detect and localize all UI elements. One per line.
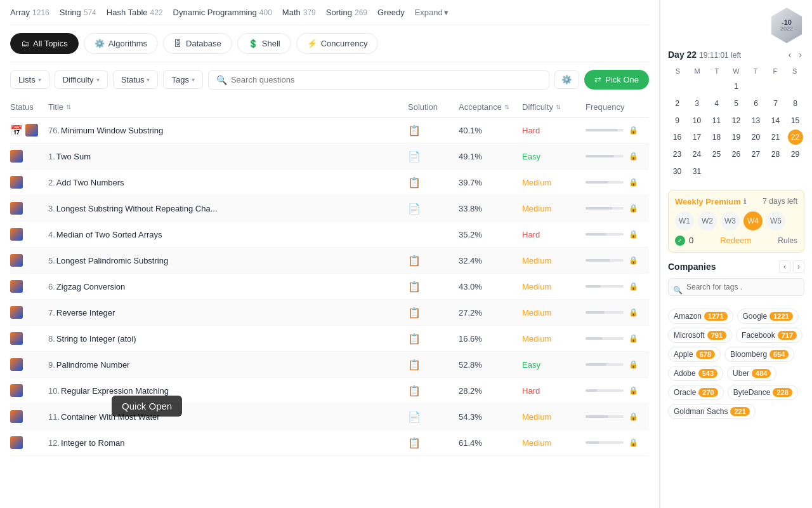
table-row[interactable]: 3. Longest Substring Without Repeating C… — [10, 196, 649, 222]
problem-title-cell[interactable]: 10. Regular Expression Matching — [48, 386, 408, 396]
week-day-w3[interactable]: W3 — [721, 211, 740, 231]
problem-title-cell[interactable]: 7. Reverse Integer — [48, 308, 408, 318]
difficulty-header[interactable]: Difficulty ⇅ — [522, 102, 586, 112]
company-tag-facebook[interactable]: Facebook 717 — [736, 328, 802, 343]
calendar-day[interactable]: 2 — [668, 96, 686, 112]
calendar-day[interactable]: 12 — [727, 113, 745, 129]
tag-string[interactable]: String 574 — [60, 8, 96, 17]
week-day-w5[interactable]: W5 — [766, 211, 785, 231]
calendar-day[interactable]: 31 — [688, 164, 706, 180]
table-row[interactable]: 9. Palindrome Number 📋 52.8% Easy 🔒 — [10, 352, 649, 378]
company-tag-amazon[interactable]: Amazon 1271 — [668, 309, 733, 324]
calendar-day[interactable]: 19 — [727, 130, 745, 145]
calendar-day[interactable]: 25 — [707, 147, 726, 163]
calendar-day[interactable]: 10 — [688, 113, 706, 129]
company-tag-bytedance[interactable]: ByteDance 228 — [728, 385, 798, 400]
tags-filter[interactable]: Tags ▾ — [163, 70, 202, 89]
calendar-day[interactable]: 26 — [727, 147, 745, 163]
cal-next-button[interactable]: › — [796, 48, 804, 61]
solution-icon[interactable]: 📋 — [408, 177, 421, 188]
problem-title-cell[interactable]: 8. String to Integer (atoi) — [48, 334, 408, 344]
problem-title-cell[interactable]: 76. Minimum Window Substring — [48, 126, 408, 135]
tag-hashtable[interactable]: Hash Table 422 — [107, 8, 163, 17]
tag-sorting[interactable]: Sorting 269 — [326, 8, 367, 17]
table-row[interactable]: 8. String to Integer (atoi) 📋 16.6% Medi… — [10, 326, 649, 352]
calendar-day[interactable]: 18 — [707, 130, 726, 145]
calendar-day[interactable]: 27 — [747, 147, 765, 163]
solution-icon[interactable]: 📋 — [408, 255, 421, 266]
lists-filter[interactable]: Lists ▾ — [10, 70, 49, 89]
acceptance-header[interactable]: Acceptance ⇅ — [459, 102, 522, 112]
table-row[interactable]: 2. Add Two Numbers 📋 39.7% Medium 🔒 — [10, 170, 649, 196]
table-row[interactable]: 6. Zigzag Conversion 📋 43.0% Medium 🔒 — [10, 274, 649, 300]
tab-shell[interactable]: 💲 Shell — [237, 33, 291, 54]
company-tag-oracle[interactable]: Oracle 270 — [668, 385, 724, 400]
table-row[interactable]: 12. Integer to Roman 📋 61.4% Medium 🔒 — [10, 430, 649, 456]
company-tag-google[interactable]: Google 1221 — [737, 309, 799, 324]
calendar-day[interactable]: 22 — [786, 130, 804, 145]
calendar-day[interactable]: 13 — [747, 113, 765, 129]
cal-prev-button[interactable]: ‹ — [786, 48, 794, 61]
problem-title-cell[interactable]: 2. Add Two Numbers — [48, 178, 408, 187]
companies-next-button[interactable]: › — [793, 260, 804, 273]
redeem-button[interactable]: Redeem — [720, 236, 751, 245]
week-day-w4[interactable]: W4 — [743, 211, 763, 231]
table-row[interactable]: 1. Two Sum 📄 49.1% Easy 🔒 — [10, 144, 649, 170]
calendar-day[interactable]: 1 — [727, 79, 745, 95]
calendar-day[interactable]: 15 — [786, 113, 804, 129]
table-row[interactable]: 5. Longest Palindromic Substring 📋 32.4%… — [10, 248, 649, 274]
solution-icon[interactable]: 📋 — [408, 307, 421, 318]
status-filter[interactable]: Status ▾ — [113, 70, 159, 89]
problem-title-cell[interactable]: 3. Longest Substring Without Repeating C… — [48, 204, 408, 213]
week-day-w2[interactable]: W2 — [698, 211, 717, 231]
company-tag-uber[interactable]: Uber 484 — [727, 366, 776, 381]
tab-concurrency[interactable]: ⚡ Concurrency — [296, 33, 379, 54]
calendar-day[interactable]: 20 — [747, 130, 765, 145]
week-day-w1[interactable]: W1 — [675, 211, 694, 231]
solution-icon[interactable]: 📋 — [408, 438, 421, 448]
tab-database[interactable]: 🗄 Database — [163, 33, 232, 54]
pick-one-button[interactable]: ⇄ Pick One — [584, 70, 649, 90]
solution-icon[interactable]: 📋 — [408, 281, 421, 292]
tag-array[interactable]: Array 1216 — [10, 8, 49, 17]
problem-title-cell[interactable]: 6. Zigzag Conversion — [48, 282, 408, 291]
expand-button[interactable]: Expand ▾ — [415, 8, 449, 17]
calendar-day[interactable]: 16 — [668, 130, 686, 145]
solution-icon[interactable]: 📋 — [408, 333, 421, 344]
tag-dp[interactable]: Dynamic Programming 400 — [173, 8, 272, 17]
company-tag-adobe[interactable]: Adobe 543 — [668, 366, 723, 381]
company-tag-apple[interactable]: Apple 678 — [668, 347, 721, 362]
calendar-day[interactable]: 7 — [766, 96, 785, 112]
problem-title-cell[interactable]: 9. Palindrome Number — [48, 360, 408, 370]
calendar-day[interactable]: 3 — [688, 96, 706, 112]
solution-icon[interactable]: 📋 — [408, 125, 421, 136]
table-row[interactable]: 4. Median of Two Sorted Arrays 35.2% Har… — [10, 222, 649, 248]
calendar-day[interactable]: 9 — [668, 113, 686, 129]
calendar-day[interactable]: 30 — [668, 164, 686, 180]
table-row[interactable]: 📅 76. Minimum Window Substring 📋 40.1% H… — [10, 117, 649, 144]
calendar-day[interactable]: 17 — [688, 130, 706, 145]
rules-button[interactable]: Rules — [778, 236, 797, 245]
problem-title-cell[interactable]: 5. Longest Palindromic Substring — [48, 256, 408, 265]
solution-icon[interactable]: 📄 — [408, 203, 421, 214]
solution-icon[interactable]: 📋 — [408, 385, 421, 396]
problem-title-cell[interactable]: 4. Median of Two Sorted Arrays — [48, 230, 408, 239]
table-row[interactable]: 11. Container With Most Water 📄 54.3% Me… — [10, 404, 649, 430]
calendar-day[interactable]: 24 — [688, 147, 706, 163]
tab-algorithms[interactable]: ⚙️ Algorithms — [84, 33, 158, 54]
calendar-day[interactable]: 11 — [707, 113, 726, 129]
title-header[interactable]: Title ⇅ — [48, 102, 408, 112]
table-row[interactable]: 7. Reverse Integer 📋 27.2% Medium 🔒 — [10, 300, 649, 326]
problem-title-cell[interactable]: 1. Two Sum — [48, 152, 408, 161]
solution-icon[interactable]: 📄 — [408, 411, 421, 422]
problem-title-cell[interactable]: 12. Integer to Roman — [48, 438, 408, 448]
companies-search-input[interactable] — [668, 278, 804, 296]
solution-icon[interactable]: 📋 — [408, 359, 421, 370]
calendar-day[interactable]: 8 — [786, 96, 804, 112]
difficulty-filter[interactable]: Difficulty ▾ — [55, 70, 108, 89]
company-tag-goldman-sachs[interactable]: Goldman Sachs 221 — [668, 404, 756, 419]
calendar-day[interactable]: 5 — [727, 96, 745, 112]
problem-title-cell[interactable]: 11. Container With Most Water — [48, 412, 408, 422]
calendar-day[interactable]: 6 — [747, 96, 765, 112]
calendar-day[interactable]: 23 — [668, 147, 686, 163]
